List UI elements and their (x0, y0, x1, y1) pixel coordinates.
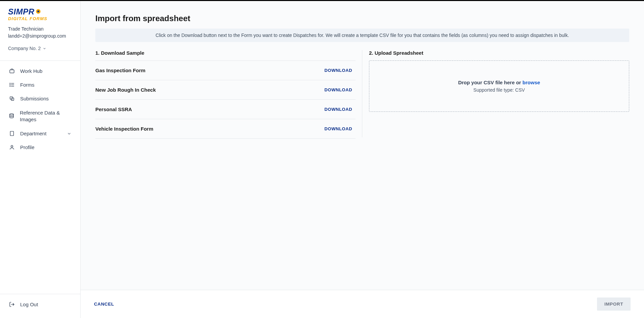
section-heading: 2. Upload Spreadsheet (369, 50, 629, 56)
form-row: Personal SSRA DOWNLOAD (95, 99, 356, 119)
form-name: Personal SSRA (95, 106, 132, 112)
svg-point-7 (10, 85, 10, 85)
footer-bar: CANCEL IMPORT (81, 290, 644, 318)
sidebar-item-label: Work Hub (20, 68, 42, 74)
svg-point-1 (37, 10, 39, 12)
sidebar-item-label: Forms (20, 82, 35, 88)
sidebar: SIMPR DIGITAL FORMS Trade Technician lan… (0, 1, 81, 318)
copy-icon (9, 96, 15, 101)
file-dropzone[interactable]: Drop your CSV file here or browse Suppor… (369, 60, 629, 112)
dropzone-subtext: Supported file type: CSV (376, 87, 622, 93)
download-button[interactable]: DOWNLOAD (324, 107, 356, 112)
download-sample-section: 1. Download Sample Gas Inspection Form D… (95, 50, 356, 139)
svg-rect-2 (10, 70, 14, 73)
sidebar-item-label: Submissions (20, 96, 49, 101)
main: Import from spreadsheet Click on the Dow… (81, 1, 644, 318)
page-title: Import from spreadsheet (95, 14, 629, 23)
sidebar-item-profile[interactable]: Profile (0, 140, 80, 154)
logout-icon (9, 302, 15, 307)
form-name: Vehicle Inspection Form (95, 126, 153, 132)
sidebar-item-label: Department (20, 131, 46, 136)
form-row: Gas Inspection Form DOWNLOAD (95, 60, 356, 80)
company-name: Company No. 2 (8, 46, 41, 51)
svg-point-11 (10, 113, 13, 115)
svg-point-19 (11, 145, 13, 147)
info-banner: Click on the Download button next to the… (95, 29, 629, 42)
sidebar-item-department[interactable]: Department (0, 127, 80, 140)
form-row: New Job Rough In Check DOWNLOAD (95, 80, 356, 99)
chevron-down-icon (67, 131, 72, 136)
sidebar-item-label: Reference Data & Images (20, 109, 72, 123)
import-button[interactable]: IMPORT (597, 298, 631, 311)
logo: SIMPR DIGITAL FORMS (8, 8, 72, 21)
svg-point-8 (10, 86, 10, 86)
user-icon (9, 144, 15, 150)
form-row: Vehicle Inspection Form DOWNLOAD (95, 119, 356, 139)
svg-point-6 (10, 83, 10, 84)
user-role: Trade Technician (8, 26, 72, 33)
download-button[interactable]: DOWNLOAD (324, 68, 356, 73)
svg-rect-12 (10, 131, 13, 136)
cancel-button[interactable]: CANCEL (94, 302, 114, 307)
form-name: New Job Rough In Check (95, 87, 156, 93)
sidebar-item-forms[interactable]: Forms (0, 78, 80, 92)
sidebar-item-label: Log Out (20, 302, 38, 307)
download-button[interactable]: DOWNLOAD (324, 87, 356, 92)
sidebar-item-label: Profile (20, 144, 35, 150)
briefcase-icon (9, 68, 15, 74)
user-email: landd+2@simprogroup.com (8, 33, 72, 40)
chevron-down-icon (43, 47, 46, 50)
logo-text: SIMPR (8, 8, 35, 16)
database-icon (9, 113, 14, 119)
upload-section: 2. Upload Spreadsheet Drop your CSV file… (369, 50, 629, 112)
nav: Work Hub Forms Submissions Reference Dat… (0, 61, 80, 294)
company-selector[interactable]: Company No. 2 (8, 46, 72, 51)
sidebar-item-logout[interactable]: Log Out (0, 298, 80, 311)
download-button[interactable]: DOWNLOAD (324, 126, 356, 131)
sidebar-item-submissions[interactable]: Submissions (0, 92, 80, 105)
dropzone-text: Drop your CSV file here or (458, 80, 522, 85)
building-icon (9, 131, 15, 136)
form-name: Gas Inspection Form (95, 67, 145, 73)
browse-link[interactable]: browse (522, 80, 540, 85)
list-icon (9, 82, 15, 88)
logo-subtitle: DIGITAL FORMS (8, 16, 72, 21)
sidebar-item-work-hub[interactable]: Work Hub (0, 64, 80, 78)
sidebar-item-reference[interactable]: Reference Data & Images (0, 105, 80, 127)
gear-icon (35, 8, 42, 15)
section-heading: 1. Download Sample (95, 50, 356, 56)
